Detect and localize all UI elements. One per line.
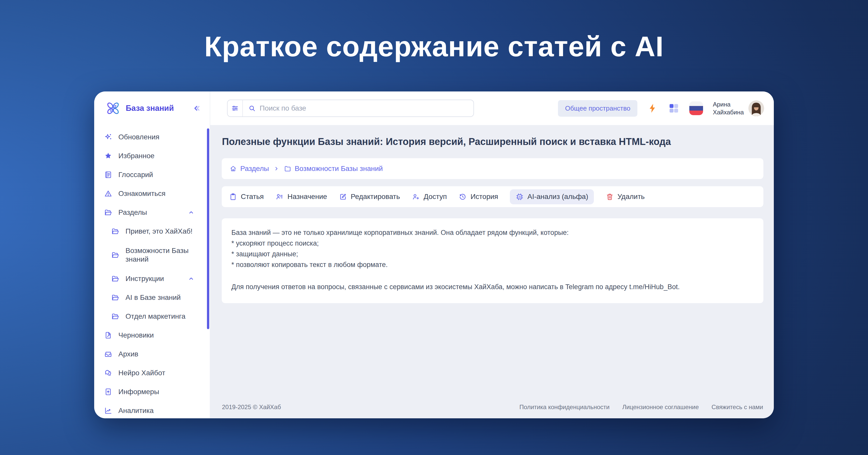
ai-analysis-button[interactable]: AI-анализ (альфа): [510, 189, 594, 204]
article-paragraph: * ускоряют процесс поиска;: [231, 238, 754, 249]
footer: 2019-2025 © ХайХаб Политика конфиденциал…: [221, 403, 764, 411]
sidebar-item-updates[interactable]: Обновления: [94, 127, 210, 146]
sidebar-item-label: Информеры: [118, 388, 159, 396]
user-list-icon: [275, 193, 284, 201]
sidebar-item-label: Черновики: [118, 331, 154, 339]
search-box: [227, 99, 474, 117]
edit-button[interactable]: Редактировать: [339, 193, 400, 201]
folder-open-icon: [111, 227, 120, 236]
article-tab-button[interactable]: Статья: [229, 193, 264, 201]
footer-link-contact[interactable]: Свяжитесь с нами: [711, 403, 763, 411]
sidebar-item-informers[interactable]: Информеры: [94, 382, 210, 401]
sidebar-item-ai-in-kb[interactable]: AI в Базе знаний: [94, 288, 210, 307]
sidebar-item-label: Привет, это ХайХаб!: [125, 227, 192, 235]
copyright: 2019-2025 © ХайХаб: [222, 403, 281, 411]
article-title: Полезные функции Базы знаний: История ве…: [222, 136, 764, 147]
sidebar-item-neuro-hibot[interactable]: Нейро Хайбот: [94, 364, 210, 382]
book-icon: [104, 170, 113, 179]
sidebar-item-label: Отдел маркетинга: [125, 312, 185, 320]
breadcrumb-root-label: Разделы: [240, 165, 269, 173]
delete-button[interactable]: Удалить: [606, 193, 645, 201]
sidebar-item-kb-features[interactable]: Возможности Базы знаний: [94, 241, 210, 269]
sidebar-item-label: Глоссарий: [118, 171, 153, 179]
article-paragraph: * защищают данные;: [231, 249, 754, 260]
app-name: База знаний: [126, 104, 174, 113]
sidebar-item-sections[interactable]: Разделы: [94, 203, 210, 222]
search-input[interactable]: [260, 104, 473, 112]
folder-open-icon: [111, 274, 120, 283]
sidebar-item-get-acquainted[interactable]: Ознакомиться: [94, 184, 210, 203]
footer-links: Политика конфиденциальности Лицензионное…: [520, 403, 763, 411]
sidebar-item-hello-hihub[interactable]: Привет, это ХайХаб!: [94, 222, 210, 241]
sidebar-item-label: Нейро Хайбот: [118, 369, 165, 377]
sidebar-scrollbar[interactable]: [207, 129, 209, 329]
chevron-up-icon[interactable]: [187, 275, 195, 283]
sidebar-item-instructions[interactable]: Инструкции: [94, 269, 210, 288]
article-body: База знаний — это не только хранилище ко…: [221, 218, 764, 304]
folder-open-icon: [111, 312, 120, 321]
avatar: [748, 101, 764, 116]
chevron-right-icon: [273, 165, 280, 172]
sidebar-item-archive[interactable]: Архив: [94, 345, 210, 364]
breadcrumb-root-link[interactable]: Разделы: [229, 165, 269, 173]
star-icon: [104, 151, 113, 160]
sidebar-item-label: Ознакомиться: [118, 190, 165, 198]
topbar: Общее пространство Арина Хайхабина: [210, 91, 774, 125]
app-logo-icon: [104, 99, 122, 117]
sidebar-item-label: Архив: [118, 350, 138, 358]
trash-icon: [606, 193, 614, 201]
space-badge[interactable]: Общее пространство: [558, 100, 638, 117]
folder-open-icon: [111, 251, 120, 259]
footer-link-license[interactable]: Лицензионное соглашение: [622, 403, 699, 411]
warning-icon: [104, 189, 113, 198]
sparkles-icon: [104, 133, 113, 141]
profile-menu[interactable]: Арина Хайхабина: [713, 101, 764, 116]
user-plus-icon: [412, 193, 420, 201]
folder-icon: [284, 165, 291, 172]
double-chevron-left-icon: [191, 103, 202, 113]
logo-row: База знаний: [94, 91, 210, 125]
apps-grid-icon[interactable]: [668, 103, 680, 114]
content-area: Полезные функции Базы знаний: История ве…: [210, 125, 774, 418]
sidebar-item-label: Разделы: [118, 208, 147, 217]
clipboard-icon: [229, 193, 237, 201]
draft-icon: [104, 331, 113, 340]
search-icon: [248, 104, 256, 112]
sidebar: База знаний Обновления Избранное Глоссар…: [94, 91, 210, 418]
sidebar-item-analytics[interactable]: Аналитика: [94, 401, 210, 418]
language-flag-ru[interactable]: [689, 102, 703, 115]
access-button[interactable]: Доступ: [412, 193, 447, 201]
folder-open-icon: [104, 208, 113, 217]
sidebar-item-marketing[interactable]: Отдел маркетинга: [94, 307, 210, 326]
sidebar-item-glossary[interactable]: Глоссарий: [94, 165, 210, 184]
user-name: Арина Хайхабина: [713, 101, 744, 116]
archive-icon: [104, 350, 113, 359]
sidebar-item-label: Аналитика: [118, 406, 154, 415]
edit-pencil-icon: [339, 193, 347, 201]
sidebar-item-label: Избранное: [118, 152, 155, 160]
app-window: База знаний Обновления Избранное Глоссар…: [94, 91, 774, 418]
sidebar-item-label: Инструкции: [125, 275, 164, 283]
folder-open-icon: [111, 293, 120, 302]
sidebar-item-drafts[interactable]: Черновики: [94, 326, 210, 345]
chevron-up-icon[interactable]: [187, 209, 195, 216]
assignment-button[interactable]: Назначение: [275, 193, 327, 201]
sidebar-item-label: Возможности Базы знаний: [125, 246, 191, 264]
breadcrumb-current-link[interactable]: Возможности Базы знаний: [284, 165, 383, 173]
ai-chip-icon: [516, 193, 524, 201]
slide-title: Краткое содержание статей с AI: [0, 30, 868, 63]
article-paragraph: База знаний — это не только хранилище ко…: [231, 227, 754, 238]
history-icon: [459, 193, 467, 201]
history-button[interactable]: История: [459, 193, 498, 201]
article-paragraph: * позволяют копировать текст в любом фор…: [231, 260, 754, 270]
filter-sliders-icon: [231, 104, 239, 112]
footer-link-privacy[interactable]: Политика конфиденциальности: [520, 403, 610, 411]
sidebar-item-favorites[interactable]: Избранное: [94, 146, 210, 165]
search-filter-button[interactable]: [227, 100, 243, 116]
sidebar-collapse-button[interactable]: [191, 103, 202, 114]
main-area: Общее пространство Арина Хайхабина Полез…: [210, 91, 774, 418]
lightning-icon[interactable]: [647, 103, 658, 114]
chat-icon: [104, 369, 113, 377]
informer-icon: [104, 388, 113, 396]
breadcrumb-current-label: Возможности Базы знаний: [295, 165, 383, 173]
